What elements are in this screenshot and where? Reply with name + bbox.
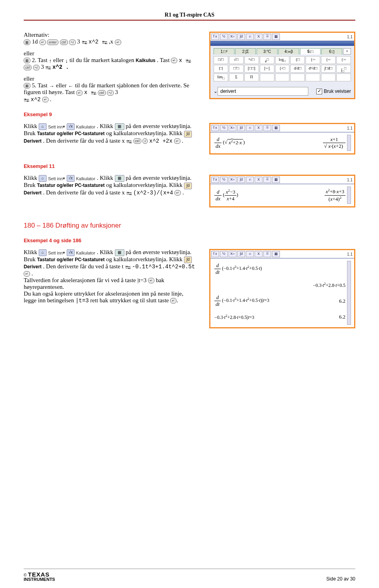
palette-cell[interactable]	[321, 74, 336, 81]
toolbar-btn[interactable]: ⎌	[246, 125, 254, 131]
toolbar-btn[interactable]: f x	[211, 251, 219, 257]
palette-cell[interactable]: ⁿ√□	[244, 56, 259, 64]
toolbar-btn[interactable]: ⠿	[263, 177, 271, 183]
enter-key-icon: ↵	[24, 271, 30, 277]
toolbar-btn[interactable]: ⠿	[263, 251, 271, 257]
palette-cell[interactable]: {▫▫	[336, 56, 351, 64]
palette-cell[interactable]: √□	[229, 56, 244, 64]
calculator-icon[interactable]: √x	[67, 123, 75, 130]
toolbar-btn[interactable]: X	[255, 251, 263, 257]
toolbar-btn[interactable]: ⎌	[246, 251, 254, 257]
page-indicator: 1.1	[347, 252, 353, 256]
toolbar-btn[interactable]: X=	[229, 251, 236, 257]
home-icon[interactable]: ⌂	[39, 249, 47, 256]
eller-2: eller	[24, 75, 197, 82]
palette-tab-1[interactable]: 1:□²	[214, 48, 235, 55]
palette-cell[interactable]: log□	[275, 56, 290, 64]
templates-icon[interactable]: ▦	[115, 123, 124, 130]
home-icon[interactable]: ⌂	[39, 123, 47, 130]
palette-cell[interactable]	[336, 74, 351, 81]
palette-cell[interactable]: e□	[260, 56, 274, 64]
integral-icon[interactable]: ∫d	[184, 256, 192, 263]
tab-left-icon: ⭾	[82, 39, 87, 45]
palette-cell[interactable]: |□|	[214, 65, 228, 73]
toolbar-btn[interactable]: ∫d	[237, 34, 245, 40]
toolbar-btn[interactable]: X	[255, 125, 263, 131]
toolbar-btn[interactable]: ▦	[272, 251, 280, 257]
title-prefix: R1 og TI-	[165, 12, 187, 18]
palette-cell[interactable]: □/□	[214, 56, 228, 64]
toolbar-btn[interactable]: ½	[220, 125, 228, 131]
toolbar-btn[interactable]: f x	[211, 34, 219, 40]
palette-cell[interactable]: Σ	[229, 74, 244, 81]
tab-left-icon: ⭾	[126, 138, 132, 144]
derivert-dropdown[interactable]: derivert	[218, 87, 308, 96]
toolbar-btn[interactable]: ⠿	[263, 125, 271, 131]
toolbar-btn[interactable]: ½	[220, 34, 228, 40]
palette-cell[interactable]: [▫▫]	[260, 65, 274, 73]
toolbar-btn[interactable]: ½	[220, 251, 228, 257]
palette-cell[interactable]: d/d□	[290, 65, 305, 73]
screenshot-ex4: f x ½ X= ∫d ⎌ X ⠿ ▦ 1.1 ddt	[209, 249, 355, 328]
calc-row: ddx (√ x2+2·x ) x+1√ x·(x+2)	[214, 135, 346, 151]
palette-cell[interactable]: □′□	[229, 65, 244, 73]
palette-cell[interactable]: {□	[290, 56, 305, 64]
toolbar-btn[interactable]: ½	[220, 177, 228, 183]
palette-cell[interactable]: {▫□	[275, 65, 290, 73]
palette-cell[interactable]: ∫□d□	[321, 65, 336, 73]
toolbar-btn[interactable]: ▦	[272, 125, 280, 131]
scrollbar[interactable]	[347, 261, 351, 325]
palette-cell[interactable]	[260, 74, 274, 81]
scrollbar[interactable]	[347, 135, 351, 151]
toolbar-btn[interactable]: X=	[229, 34, 236, 40]
calculator-icon[interactable]: √x	[67, 249, 75, 256]
toolbar-btn[interactable]: ∫d	[237, 177, 245, 183]
toolbar-btn[interactable]: ∫d	[237, 251, 245, 257]
toolbar-btn[interactable]: X	[255, 34, 263, 40]
palette-close-icon[interactable]: ×	[343, 48, 351, 55]
toolbar-btn[interactable]: X	[255, 177, 263, 183]
toolbar-btn[interactable]: ⠿	[263, 34, 271, 40]
wizard-checkbox[interactable]: ✓	[316, 89, 322, 94]
palette-grid: □/□ √□ ⁿ√□ e□ log□ {□ {▫▫ {▫▫ {▫▫ |□| □′…	[214, 56, 351, 81]
palette-tab-5[interactable]: 5:□	[300, 48, 321, 55]
toolbar-btn[interactable]: X=	[229, 125, 236, 131]
calculator-icon[interactable]: √x	[67, 175, 75, 182]
toolbar-btn[interactable]: ▦	[272, 34, 280, 40]
toolbar-btn[interactable]: ▦	[272, 177, 280, 183]
ti-logo: © TEXAS INSTRUMENTS	[24, 571, 55, 582]
palette-cell[interactable]: [□□]	[244, 65, 259, 73]
scrollbar[interactable]	[347, 187, 351, 204]
templates-icon[interactable]: ▦	[115, 249, 124, 256]
palette-tab-6[interactable]: 6:▯	[321, 48, 342, 55]
home-icon[interactable]: ⌂	[39, 175, 47, 182]
screenshot-palette: f x ½ X= ∫d ⎌ X ⠿ ▦ 1.1 1:□² 2:∫Σ 3:°C	[209, 32, 355, 99]
enter-key-icon: ↵	[171, 58, 177, 63]
palette-cell[interactable]: Π	[244, 74, 259, 81]
palette-cell[interactable]: {▫▫	[321, 56, 336, 64]
toolbar-btn[interactable]: X=	[229, 177, 236, 183]
palette-tab-2[interactable]: 2:∫Σ	[235, 48, 256, 55]
palette-tab-4[interactable]: 4:∞β	[278, 48, 299, 55]
toolbar-btn[interactable]: ∫d	[237, 125, 245, 131]
palette-cell[interactable]	[275, 74, 290, 81]
toolbar-btn[interactable]: f x	[211, 177, 219, 183]
arrow-right-icon: →	[49, 83, 54, 89]
titlebar	[210, 41, 354, 46]
toolbar-btn[interactable]: f x	[211, 125, 219, 131]
palette-cell[interactable]	[306, 74, 320, 81]
dropdown-expand-icon[interactable]: ⌄	[214, 89, 218, 94]
toolbar-btn[interactable]: ⎌	[246, 34, 254, 40]
palette-cell[interactable]: {▫▫	[306, 56, 320, 64]
palette-cell[interactable]: lim□	[214, 74, 228, 81]
page-title: R1 og TI-nspire CAS	[24, 12, 355, 21]
integral-icon[interactable]: ∫d	[184, 183, 192, 189]
integral-icon[interactable]: ∫d	[184, 131, 192, 138]
palette-tab-3[interactable]: 3:°C	[257, 48, 278, 55]
palette-cell[interactable]	[290, 74, 305, 81]
templates-icon[interactable]: ▦	[115, 175, 124, 182]
toolbar-btn[interactable]: ⎌	[246, 177, 254, 183]
palette-cell[interactable]: dⁿ/d□	[306, 65, 320, 73]
palette-cell[interactable]: ∫□□	[336, 65, 351, 73]
ctrl-key-icon: ctrl	[133, 138, 141, 144]
